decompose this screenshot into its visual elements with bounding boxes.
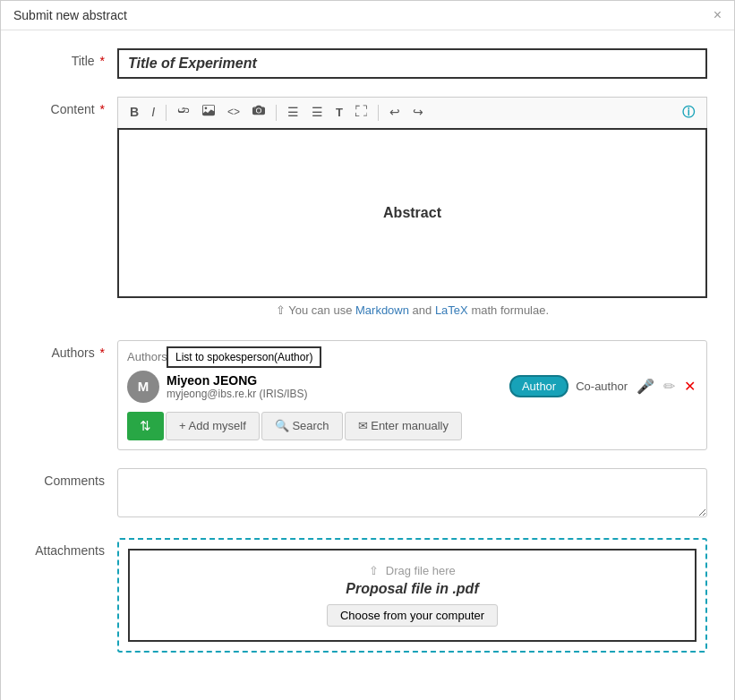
authors-required: * (100, 346, 105, 360)
code-button[interactable]: <> (223, 103, 244, 122)
attachments-row: Attachments ⇧ Drag file here Proposal fi… (28, 538, 707, 653)
image-button[interactable] (198, 102, 219, 124)
content-required: * (100, 102, 105, 116)
attachments-wrap: ⇧ Drag file here Proposal file in .pdf C… (117, 538, 707, 653)
author-actions: 🎤 ✏ ✕ (635, 376, 697, 397)
author-email: myjeong@ibs.re.kr (IRIS/IBS) (167, 388, 502, 400)
comments-wrap (117, 468, 707, 520)
content-row: Content * B I <> (28, 97, 707, 322)
unordered-list-button[interactable]: ☰ (307, 102, 328, 124)
authors-wrap: Authors M List to spokesperson(Author) M… (117, 340, 707, 450)
latex-link[interactable]: LaTeX (435, 303, 468, 317)
markdown-link[interactable]: Markdown (355, 303, 409, 317)
bold-button[interactable]: B (125, 102, 143, 124)
italic-button[interactable]: I (147, 102, 159, 124)
proposal-text: Proposal file in .pdf (148, 581, 677, 597)
attachments-drop-zone[interactable]: ⇧ Drag file here Proposal file in .pdf C… (117, 538, 707, 653)
coauthor-label: Co-author (576, 380, 628, 393)
table-button[interactable]: T (331, 103, 347, 123)
expand-button[interactable] (351, 102, 372, 124)
author-badge[interactable]: Author (509, 375, 568, 397)
authors-row: Authors * Authors M List to spokesperson… (28, 340, 707, 450)
modal-body: Title * Content * B I (1, 30, 734, 697)
title-row: Title * (28, 48, 707, 79)
separator-3 (378, 105, 379, 121)
comments-label: Comments (28, 468, 117, 488)
edit-button[interactable]: ✏ (662, 376, 677, 397)
modal-header: Submit new abstract × (1, 1, 734, 30)
authors-label: Authors * (28, 340, 117, 360)
modal-container: Submit new abstract × Title * Content * … (0, 0, 735, 700)
separator-2 (276, 105, 277, 121)
close-button[interactable]: × (714, 8, 722, 22)
title-label: Title * (28, 48, 117, 68)
modal-footer: Submit Cancel (1, 697, 734, 700)
inner-upload-box: ⇧ Drag file here Proposal file in .pdf C… (128, 549, 697, 642)
author-name: Miyeon JEONG (167, 373, 502, 388)
editor-footer: ⇧ You can use Markdown and LaTeX math fo… (117, 298, 707, 322)
title-wrap (117, 48, 707, 79)
search-authors-button[interactable]: 🔍 Search (261, 412, 343, 440)
choose-file-button[interactable]: Choose from your computer (327, 604, 498, 627)
upload-icon: ⇧ (369, 564, 379, 577)
author-buttons: ⇅ + Add myself 🔍 Search ✉ Enter manually (127, 412, 697, 440)
tooltip-box: List to spokesperson(Author) (167, 346, 321, 368)
content-label: Content * (28, 97, 117, 116)
avatar: M (127, 371, 159, 403)
editor-toolbar: B I <> ☰ ☰ T (117, 97, 707, 128)
separator-1 (166, 105, 167, 121)
info-button[interactable]: ⓘ (678, 102, 699, 124)
add-myself-button[interactable]: + Add myself (166, 412, 260, 440)
title-input[interactable] (117, 48, 707, 79)
drag-hint: ⇧ Drag file here (148, 564, 677, 577)
mic-button[interactable]: 🎤 (635, 376, 656, 397)
enter-manually-button[interactable]: ✉ Enter manually (345, 412, 462, 440)
link-button[interactable] (173, 102, 194, 124)
picture-button[interactable] (248, 102, 269, 124)
author-row: M List to spokesperson(Author) Miyeon JE… (127, 371, 697, 403)
title-required: * (100, 54, 105, 68)
comments-row: Comments (28, 468, 707, 520)
redo-button[interactable]: ↪ (408, 102, 428, 124)
author-info: List to spokesperson(Author) Miyeon JEON… (167, 373, 502, 400)
ordered-list-button[interactable]: ☰ (283, 102, 303, 124)
editor-placeholder: Abstract (383, 205, 441, 221)
comments-textarea[interactable] (117, 468, 707, 517)
attachments-label: Attachments (28, 538, 117, 558)
undo-button[interactable]: ↩ (385, 102, 405, 124)
editor-area[interactable]: Abstract (117, 128, 707, 298)
delete-button[interactable]: ✕ (682, 376, 697, 397)
modal-title: Submit new abstract (13, 8, 127, 22)
content-wrap: B I <> ☰ ☰ T (117, 97, 707, 322)
sort-button[interactable]: ⇅ (127, 412, 164, 440)
authors-box: Authors M List to spokesperson(Author) M… (117, 340, 707, 450)
